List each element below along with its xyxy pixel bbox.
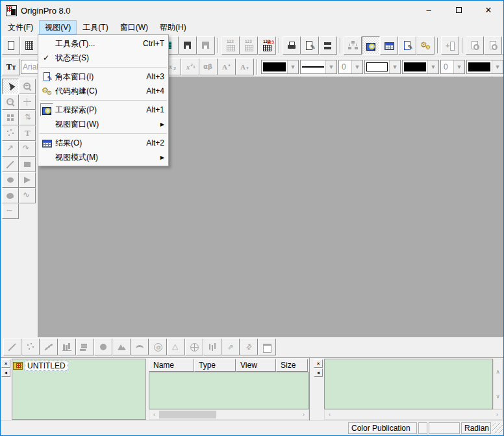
project-explorer-button[interactable] (362, 36, 380, 55)
circle-tool[interactable] (2, 172, 19, 188)
menu-window[interactable]: 窗口(W) (114, 20, 154, 34)
decrease-font-button[interactable] (236, 58, 254, 75)
file-list-body[interactable] (149, 372, 309, 409)
project-tree[interactable]: UNTITLED (12, 359, 146, 420)
menuitem-script-window[interactable]: 角本窗口(I)Alt+3 (38, 70, 168, 84)
pie-chart-button[interactable] (94, 339, 112, 355)
import-single-ascii-button[interactable] (221, 36, 240, 55)
menu-view[interactable]: 视图(V) (39, 20, 77, 34)
zoom-in-tool[interactable] (19, 79, 36, 94)
menuitem-project-explorer[interactable]: 工程探索(P)Alt+1 (38, 103, 168, 117)
scatter-plot-button[interactable] (21, 339, 40, 355)
scroll-down-arrow[interactable]: ∨ (493, 384, 503, 409)
messages-hscrollbar[interactable]: ‹ › (324, 409, 503, 420)
menuitem-toolbars[interactable]: 工具条(T)...Ctrl+T (38, 36, 168, 51)
data-selector-tool[interactable] (2, 110, 19, 125)
edit-page-button[interactable] (301, 36, 319, 55)
stock-plot-button[interactable] (203, 339, 221, 355)
script-window-button[interactable] (398, 36, 416, 55)
scroll-up-arrow[interactable]: ∧ (493, 359, 503, 384)
project-explorer-collapse-button[interactable]: ◂ (1, 368, 10, 377)
line-tool[interactable] (2, 157, 19, 172)
find-next-button[interactable] (484, 36, 502, 55)
draw-data-tool[interactable] (2, 125, 19, 141)
font-tool-button[interactable]: Tᴛ (2, 58, 20, 75)
menuitem-code-builder[interactable]: 代码构建(C)Alt+4 (38, 84, 168, 98)
screen-reader-tool[interactable] (19, 94, 36, 110)
vector-plot-button[interactable] (221, 339, 240, 355)
arrow-tool[interactable] (2, 141, 19, 157)
polar-plot-button[interactable] (149, 339, 167, 355)
menu-file[interactable]: 文件(F) (2, 20, 39, 34)
curved-arrow-tool[interactable] (19, 141, 36, 157)
import-wizard-button[interactable] (258, 36, 276, 55)
bar-plot-button[interactable] (76, 339, 94, 355)
column-plot-button[interactable] (58, 339, 76, 355)
print-button[interactable] (283, 36, 301, 55)
ternary-plot-button[interactable] (167, 339, 185, 355)
results-log-button[interactable] (380, 36, 398, 55)
find-button[interactable] (466, 36, 484, 55)
line-color-combo[interactable]: ▼ (261, 60, 299, 74)
menuitem-status-bar[interactable]: 状态栏(S) (38, 51, 168, 65)
menu-tools[interactable]: 工具(T) (77, 20, 114, 34)
menu-help[interactable]: 帮助(H) (154, 20, 192, 34)
scroll-right-arrow[interactable]: › (492, 410, 502, 419)
polyline-tool[interactable] (19, 188, 36, 203)
text-tool[interactable] (19, 125, 36, 141)
import-multiple-ascii-button[interactable] (240, 36, 258, 55)
scroll-left-arrow[interactable]: ‹ (149, 410, 159, 419)
messages-close-button[interactable]: × (314, 359, 323, 368)
vector-xy-plot-button[interactable] (240, 339, 258, 355)
greek-symbols-button[interactable] (199, 58, 218, 75)
data-reader-tool[interactable] (19, 110, 36, 125)
fill-pattern-combo[interactable]: ▼ (364, 60, 401, 74)
menuitem-results-log[interactable]: 结果(O)Alt+2 (38, 136, 168, 150)
zoom-out-tool[interactable] (2, 94, 19, 110)
new-workbook-button[interactable] (20, 36, 38, 55)
save-project-button[interactable] (179, 36, 197, 55)
scroll-right-arrow[interactable]: › (299, 410, 309, 419)
increase-font-button[interactable] (218, 58, 236, 75)
code-builder-button[interactable] (416, 36, 435, 55)
maximize-button[interactable] (444, 1, 473, 19)
supersubscript-button[interactable] (181, 58, 199, 75)
pattern-width-combo[interactable]: 0▼ (440, 60, 465, 74)
fill-area-color-combo[interactable]: ▼ (466, 60, 503, 74)
rectangle-tool[interactable] (19, 157, 36, 172)
region-tool[interactable] (2, 188, 19, 203)
messages-log-area[interactable] (324, 359, 493, 409)
spline-plot-button[interactable] (131, 339, 149, 355)
organizer-button[interactable] (344, 36, 362, 55)
freehand-draw-tool[interactable] (2, 203, 19, 219)
line-symbol-plot-button[interactable] (40, 339, 58, 355)
menuitem-view-mode[interactable]: 视图模式(M)▶ (38, 150, 168, 164)
resize-grip[interactable] (492, 423, 503, 433)
document-button[interactable] (502, 36, 503, 55)
template-library-button[interactable] (258, 339, 276, 355)
column-header-size[interactable]: Size (276, 359, 308, 372)
area-plot-button[interactable] (112, 339, 131, 355)
scroll-left-arrow[interactable]: ‹ (325, 410, 334, 419)
pointer-tool[interactable] (2, 79, 19, 94)
layout-button[interactable] (319, 36, 337, 55)
project-root-node[interactable]: UNTITLED (13, 361, 145, 371)
scroll-thumb[interactable] (159, 411, 216, 418)
save-template-button[interactable] (197, 36, 215, 55)
polygon-tool[interactable] (19, 172, 36, 188)
messages-collapse-button[interactable]: ◂ (314, 368, 323, 377)
file-list-hscrollbar[interactable]: ‹ › (149, 409, 309, 420)
column-header-view[interactable]: View (236, 359, 276, 372)
radar-plot-button[interactable] (185, 339, 203, 355)
menuitem-view-windows[interactable]: 视图窗口(W)▶ (38, 117, 168, 131)
minimize-button[interactable]: – (414, 1, 444, 19)
add-new-columns-button[interactable] (441, 36, 459, 55)
pattern-color-combo[interactable]: ▼ (402, 60, 439, 74)
new-project-button[interactable] (2, 36, 20, 55)
project-explorer-close-button[interactable]: × (1, 359, 10, 368)
messages-vscrollbar[interactable]: ∧ ∨ (493, 359, 503, 409)
column-header-name[interactable]: Name (149, 359, 194, 372)
close-button[interactable]: ✕ (473, 1, 503, 19)
column-header-type[interactable]: Type (194, 359, 236, 372)
line-plot-button[interactable] (3, 339, 21, 355)
